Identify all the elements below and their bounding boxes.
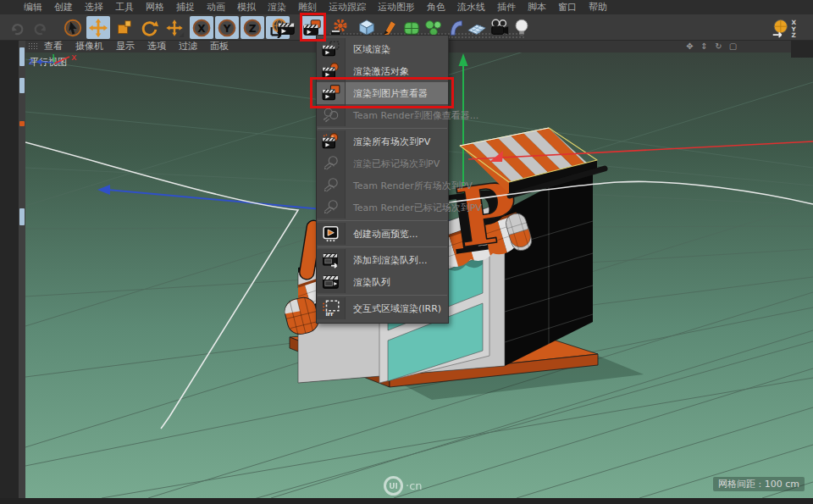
panel-drag-handle-icon[interactable]: [28, 42, 39, 50]
viewport-zoom-icon[interactable]: ⇕: [699, 42, 710, 51]
menu-item-render-queue[interactable]: 渲染队列: [317, 271, 448, 293]
viewport-maximize-icon[interactable]: ▢: [727, 42, 738, 51]
menu-item-character[interactable]: 角色: [427, 1, 445, 14]
team-render-icon: [317, 104, 346, 126]
svg-text:Z: Z: [249, 22, 257, 34]
render-all-takes-icon: [317, 130, 346, 152]
undo-icon[interactable]: [5, 16, 29, 39]
vp-menu-options[interactable]: 选项: [147, 40, 166, 53]
scale-tool-icon[interactable]: [112, 16, 136, 39]
lock-z-axis-icon[interactable]: Z: [241, 16, 264, 39]
menu-item-animate[interactable]: 动画: [207, 1, 225, 14]
region-render-icon: [317, 38, 346, 60]
camera-object-icon[interactable]: [488, 16, 512, 39]
render-active-object-icon: [317, 60, 346, 82]
menu-item-select[interactable]: 选择: [85, 1, 103, 14]
menu-item-render-marked-takes-to-pv[interactable]: 渲染已标记场次到PV: [317, 152, 448, 174]
menu-item-region-render[interactable]: 区域渲染: [317, 38, 448, 60]
svg-text:z: z: [29, 56, 34, 67]
make-preview-icon: [317, 223, 346, 245]
menu-item-snap[interactable]: 捕捉: [176, 1, 195, 14]
svg-text:irr: irr: [325, 310, 334, 317]
menu-item-create[interactable]: 创建: [54, 1, 73, 14]
viewport-pan-icon[interactable]: ✥: [684, 42, 695, 51]
menu-item-render-active-object[interactable]: 渲染激活对象: [317, 60, 448, 82]
watermark: UI ·cn: [384, 476, 423, 496]
menu-item-motion-tracker[interactable]: 运动跟踪: [329, 1, 366, 14]
menu-separator: [318, 220, 447, 221]
menu-item-pipeline[interactable]: 流水线: [457, 1, 485, 14]
svg-text:Z: Z: [792, 30, 796, 37]
menu-item-render-to-picture-viewer[interactable]: 渲染到图片查看器: [317, 82, 448, 104]
menu-item-render[interactable]: 渲染: [268, 1, 286, 14]
coordinates-manager-icon[interactable]: XYZ: [769, 16, 806, 39]
team-render-all-takes-icon: [317, 174, 346, 197]
left-palette-strip: [0, 41, 25, 498]
menu-item-render-all-takes-to-pv[interactable]: 渲染所有场次到PV: [317, 130, 448, 152]
vp-menu-display[interactable]: 显示: [116, 40, 135, 53]
menu-item-sculpt[interactable]: 雕刻: [298, 1, 317, 14]
light-object-icon[interactable]: [510, 16, 534, 39]
render-view-icon[interactable]: [274, 16, 298, 39]
palette-icon-sliver: [19, 208, 25, 225]
floor-object-icon[interactable]: [465, 16, 489, 39]
axis-gizmo: z x: [25, 53, 102, 75]
viewport-rotate-icon[interactable]: ↻: [713, 42, 724, 51]
rotate-tool-icon[interactable]: [137, 16, 161, 39]
menu-item-simulate[interactable]: 模拟: [237, 1, 256, 14]
svg-text:x: x: [71, 53, 77, 63]
menu-item-mograph[interactable]: 运动图形: [378, 1, 415, 14]
menu-bar: 编辑 创建 选择 工具 网格 捕捉 动画 模拟 渲染 雕刻 运动跟踪 运动图形 …: [0, 0, 813, 14]
palette-icon-sliver: [19, 78, 25, 93]
menu-item-make-preview[interactable]: 创建动画预览...: [317, 223, 448, 245]
menu-item-add-to-render-queue[interactable]: 添加到渲染队列...: [317, 249, 448, 271]
redo-icon[interactable]: [29, 16, 53, 39]
grid-spacing-label: 网格间距 : 100 cm: [713, 477, 805, 491]
svg-text:Y: Y: [223, 22, 231, 34]
lock-y-axis-icon[interactable]: Y: [215, 16, 239, 39]
lock-x-axis-icon[interactable]: X: [190, 16, 213, 39]
render-queue-icon: [317, 271, 346, 293]
menu-item-mesh[interactable]: 网格: [146, 1, 164, 14]
menu-item-plugins[interactable]: 插件: [497, 1, 516, 14]
menu-item-interactive-render-region[interactable]: irr 交互式区域渲染(IRR): [317, 297, 448, 319]
interactive-render-region-icon: irr: [317, 297, 346, 319]
menu-separator: [318, 246, 447, 247]
menu-separator: [318, 128, 447, 129]
menu-item-edit[interactable]: 编辑: [24, 1, 42, 14]
move-tool-icon[interactable]: [86, 16, 110, 39]
menu-item-script[interactable]: 脚本: [528, 1, 546, 14]
render-menu-dropdown: 区域渲染 渲染激活对象 渲染到图片查看器 Team Render到图像查看器..…: [316, 35, 449, 324]
watermark-logo: UI: [384, 476, 403, 496]
svg-text:X: X: [197, 22, 206, 34]
team-render-marked-takes-icon: [317, 197, 346, 219]
live-selection-icon[interactable]: [61, 16, 85, 39]
menu-item-window[interactable]: 窗口: [558, 1, 577, 14]
palette-icon-sliver: [19, 121, 25, 126]
window-bottom-edge: [0, 498, 813, 504]
render-marked-takes-icon: [317, 152, 346, 174]
vp-menu-cameras[interactable]: 摄像机: [75, 40, 103, 53]
menu-item-team-render-to-picture-viewer[interactable]: Team Render到图像查看器...: [317, 104, 448, 126]
menu-item-help[interactable]: 帮助: [589, 1, 607, 14]
palette-icon-sliver: [19, 47, 25, 66]
vp-menu-panel[interactable]: 面板: [210, 40, 229, 53]
application-window: 编辑 创建 选择 工具 网格 捕捉 动画 模拟 渲染 雕刻 运动跟踪 运动图形 …: [0, 0, 813, 504]
vp-menu-view[interactable]: 查看: [44, 40, 63, 53]
panel-corner: [791, 40, 813, 58]
vp-menu-filter[interactable]: 过滤: [179, 40, 197, 53]
menu-item-tools[interactable]: 工具: [115, 1, 134, 14]
menu-separator: [318, 295, 447, 296]
add-to-render-queue-icon: [317, 249, 346, 271]
render-to-picture-viewer-icon: [317, 82, 346, 104]
menu-item-team-render-all-takes-to-pv[interactable]: Team Render所有场次到PV: [317, 174, 448, 197]
menu-item-team-render-marked-takes-to-pv[interactable]: Team Render已标记场次到PV: [317, 197, 448, 219]
last-tool-icon[interactable]: [163, 16, 186, 39]
